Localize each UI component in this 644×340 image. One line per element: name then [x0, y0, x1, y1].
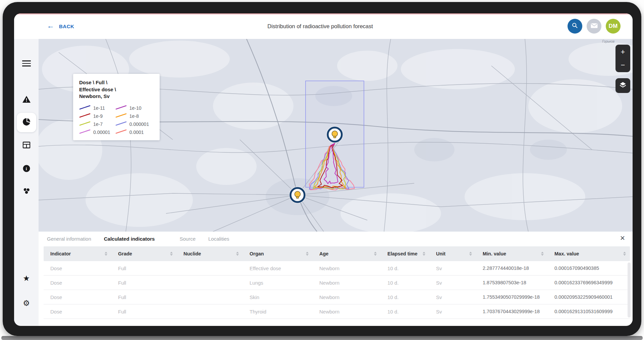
- tab-localities[interactable]: Localities: [208, 236, 229, 242]
- table-cell: 1.7553490507029999e-18: [476, 294, 548, 300]
- col-unit: Unit: [436, 251, 445, 256]
- map-canvas[interactable]: Горьков Dose \ Full \ Effective dose \ N…: [39, 39, 633, 232]
- sort-icon[interactable]: [374, 252, 377, 256]
- legend-label: 1e-7: [93, 122, 103, 127]
- col-elapsed-time: Elapsed time: [387, 251, 417, 256]
- table-header-row: Indicator Grade Nuclide Organ Age Elapse…: [44, 246, 630, 261]
- table-cell: Sv: [429, 309, 476, 314]
- table-cell: 1.87539807503e-18: [476, 280, 548, 285]
- table-cell: Lungs: [243, 280, 313, 286]
- map-marker-source-south[interactable]: [289, 187, 306, 203]
- table-row[interactable]: DoseFullThyroidNewborn10 d.Sv1.703767044…: [44, 304, 630, 319]
- user-avatar[interactable]: DM: [606, 19, 621, 34]
- table-cell: 10 d.: [381, 294, 429, 300]
- table-icon[interactable]: [22, 142, 30, 150]
- legend-label: 0.0001: [129, 130, 144, 135]
- mail-icon: [591, 23, 598, 30]
- page-title: Distribution of radioactive pollution fo…: [267, 23, 373, 30]
- legend-item: 1e-10: [115, 105, 154, 111]
- table-cell: Effective dose: [243, 265, 313, 271]
- sort-icon[interactable]: [306, 252, 309, 256]
- molecule-icon[interactable]: [22, 187, 31, 196]
- legend-label: 1e-8: [129, 113, 139, 119]
- dose-legend-card: Dose \ Full \ Effective dose \ Newborn, …: [73, 74, 160, 140]
- layers-icon: [619, 81, 627, 90]
- col-max-value: Max. value: [554, 251, 579, 256]
- legend-item: 0.000001: [115, 121, 154, 128]
- table-cell: Newborn: [313, 280, 381, 286]
- legend-line-swatch: [79, 105, 91, 111]
- sort-icon[interactable]: [105, 252, 107, 256]
- back-arrow-icon: ←: [47, 22, 54, 30]
- sort-icon[interactable]: [623, 252, 626, 256]
- col-organ: Organ: [250, 251, 264, 256]
- table-cell: Full: [111, 265, 177, 271]
- table-scrollbar[interactable]: [628, 262, 631, 318]
- favorites-star-icon[interactable]: ★: [23, 275, 30, 282]
- sort-icon[interactable]: [541, 252, 544, 256]
- col-age: Age: [319, 251, 328, 256]
- back-button[interactable]: ← BACK: [47, 22, 74, 30]
- legend-items: 1e-111e-101e-91e-81e-70.0000010.000010.0…: [79, 105, 154, 136]
- legend-item: 1e-9: [79, 113, 114, 119]
- table-cell: 0.00016291310531609999: [548, 309, 630, 314]
- table-cell: 2.287774440018e-18: [476, 265, 548, 271]
- col-grade: Grade: [118, 251, 132, 256]
- search-button[interactable]: [568, 19, 582, 34]
- table-cell: Thyroid: [243, 309, 313, 314]
- table-row[interactable]: DoseFullSkinNewborn10 d.Sv1.755349050702…: [44, 290, 630, 304]
- sort-icon[interactable]: [236, 252, 239, 256]
- legend-item: 1e-11: [79, 105, 114, 111]
- menu-icon[interactable]: [22, 59, 31, 68]
- table-cell: Sv: [429, 265, 476, 271]
- legend-title: Dose \ Full \ Effective dose \ Newborn, …: [79, 79, 154, 100]
- table-cell: Dose: [44, 309, 111, 314]
- sort-icon[interactable]: [170, 252, 173, 256]
- zoom-out-button[interactable]: −: [615, 58, 630, 71]
- settings-gear-icon[interactable]: ⚙: [23, 299, 30, 307]
- mail-button[interactable]: [587, 19, 601, 34]
- back-label: BACK: [59, 23, 74, 29]
- details-panel: General information Calculated indicator…: [39, 232, 633, 326]
- zoom-in-button[interactable]: +: [615, 45, 630, 58]
- table-cell: Newborn: [313, 265, 381, 271]
- table-row[interactable]: DoseFullEffective doseNewborn10 d.Sv2.28…: [44, 261, 630, 276]
- table-cell: 0.00020953225909460001: [548, 294, 630, 300]
- table-cell: 10 d.: [381, 309, 429, 314]
- legend-item: 0.0001: [115, 129, 154, 136]
- legend-line-swatch: [115, 129, 127, 136]
- header-actions: DM: [568, 19, 621, 34]
- table-cell: 0.000167090490385: [548, 265, 630, 271]
- sort-icon[interactable]: [423, 252, 425, 256]
- table-cell: Dose: [44, 280, 111, 286]
- table-body: DoseFullEffective doseNewborn10 d.Sv2.28…: [44, 261, 630, 319]
- tab-calculated-indicators[interactable]: Calculated indicators: [104, 236, 155, 242]
- table-cell: Sv: [429, 280, 476, 286]
- tab-source[interactable]: Source: [179, 236, 196, 242]
- legend-item: 0.00001: [79, 129, 114, 136]
- app-window: ← BACK Distribution of radioactive pollu…: [14, 13, 633, 326]
- sort-icon[interactable]: [469, 252, 472, 256]
- legend-line-swatch: [79, 129, 91, 136]
- map-zoom-panel: + −: [615, 45, 630, 72]
- map-place-label: Горьков: [602, 40, 614, 43]
- indicators-table: Indicator Grade Nuclide Organ Age Elapse…: [44, 246, 630, 319]
- table-cell: 0.00016233769696349999: [548, 280, 630, 285]
- left-sidebar: i ★ ⚙: [14, 39, 39, 326]
- warning-icon[interactable]: [22, 96, 31, 105]
- close-panel-icon[interactable]: ✕: [620, 234, 625, 242]
- tab-general-information[interactable]: General information: [47, 236, 91, 242]
- map-marker-source-north[interactable]: [326, 126, 343, 143]
- tablet-device: ← BACK Distribution of radioactive pollu…: [0, 0, 644, 340]
- table-cell: Dose: [44, 294, 111, 300]
- table-row[interactable]: DoseFullLungsNewborn10 d.Sv1.87539807503…: [44, 276, 630, 290]
- table-cell: Full: [111, 280, 177, 286]
- map-layers-button[interactable]: [615, 78, 630, 93]
- legend-line-swatch: [115, 113, 127, 119]
- legend-label: 1e-9: [93, 113, 103, 119]
- legend-line-swatch: [79, 121, 91, 128]
- device-base-edge: [1, 336, 643, 340]
- table-cell: 10 d.: [381, 265, 429, 271]
- info-icon[interactable]: i: [23, 165, 30, 172]
- pie-chart-icon[interactable]: [22, 118, 31, 127]
